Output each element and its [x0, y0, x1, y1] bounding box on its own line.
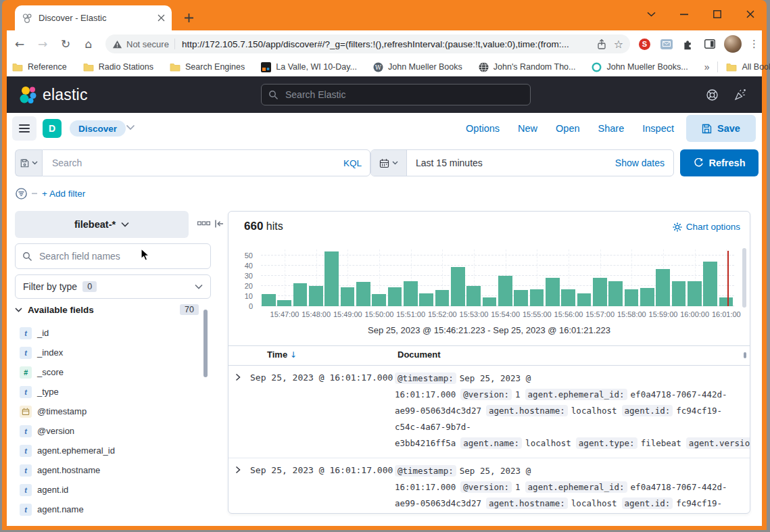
bookmark-item[interactable]: John Mueller Books... — [592, 62, 688, 72]
date-picker-menu-button[interactable] — [371, 150, 407, 176]
search-query-input[interactable] — [51, 157, 338, 169]
field-search-input[interactable] — [38, 250, 203, 262]
time-range-value[interactable]: Last 15 minutes — [416, 158, 615, 168]
nav-link-open[interactable]: Open — [556, 123, 579, 134]
mail-extension-icon[interactable] — [659, 37, 673, 51]
histogram-bar[interactable] — [656, 269, 670, 307]
field-item-_index[interactable]: t_index — [15, 343, 199, 362]
filter-circle-icon[interactable] — [15, 187, 28, 200]
histogram-bar[interactable] — [514, 290, 528, 306]
global-search[interactable] — [261, 84, 531, 105]
histogram-bar[interactable] — [356, 282, 370, 306]
histogram-bar[interactable] — [608, 281, 623, 307]
field-item-_id[interactable]: t_id — [15, 323, 199, 343]
global-search-input[interactable] — [284, 89, 523, 101]
elastic-brand[interactable]: elastic — [19, 86, 88, 104]
nav-link-inspect[interactable]: Inspect — [642, 123, 674, 134]
home-icon[interactable]: ⌂ — [78, 34, 99, 54]
not-secure-warning-icon[interactable] — [112, 39, 122, 49]
histogram-bar[interactable] — [372, 294, 386, 306]
sidebar-scrollbar[interactable] — [203, 310, 208, 377]
tab-close-icon[interactable] — [158, 14, 165, 22]
nav-link-new[interactable]: New — [518, 123, 537, 134]
histogram-bar[interactable] — [546, 278, 560, 306]
histogram-bar[interactable] — [561, 289, 575, 307]
field-item-@version[interactable]: t@version — [15, 421, 199, 441]
field-item-@timestamp[interactable]: @timestamp — [15, 402, 199, 421]
histogram-bar[interactable] — [719, 297, 733, 307]
time-column-header[interactable]: Time ↓ — [267, 349, 297, 360]
histogram-bar[interactable] — [451, 267, 465, 307]
bookmark-item[interactable]: Search Engines — [170, 62, 245, 72]
add-filter-button[interactable]: + Add filter — [42, 189, 85, 199]
chrome-menu-icon[interactable]: ⋮ — [749, 38, 759, 50]
histogram-plot[interactable] — [261, 249, 734, 306]
histogram-bar[interactable] — [703, 262, 717, 306]
expand-row-chevron-icon[interactable] — [235, 463, 250, 513]
save-button[interactable]: Save — [686, 115, 756, 142]
bookmarks-overflow-icon[interactable]: » — [704, 62, 710, 72]
bookmark-item[interactable]: Reference — [12, 62, 67, 72]
histogram-bar[interactable] — [324, 251, 339, 306]
show-dates-button[interactable]: Show dates — [615, 158, 665, 168]
histogram-bar[interactable] — [404, 281, 418, 307]
panel-scrollbar[interactable] — [742, 248, 746, 308]
close-icon[interactable] — [743, 7, 758, 22]
share-icon[interactable] — [596, 39, 607, 50]
histogram-bar[interactable] — [593, 278, 607, 306]
browser-tab[interactable]: Discover - Elastic — [15, 5, 172, 30]
bookmark-item[interactable]: WJohn Mueller Books — [373, 62, 462, 72]
field-item-agent.ephemeral_id[interactable]: tagent.ephemeral_id — [15, 441, 199, 460]
url-text[interactable]: http://172.105.7.150/app/discover#/?_g=(… — [182, 39, 591, 49]
field-item-_score[interactable]: #_score — [15, 362, 199, 382]
bookmark-item[interactable]: La Valle, WI 10-Day... — [261, 62, 357, 72]
table-scrollbar-thumb[interactable] — [744, 352, 746, 358]
bookmark-star-icon[interactable]: ☆ — [614, 38, 623, 51]
chart-options-button[interactable]: Chart options — [673, 222, 740, 232]
histogram-bar[interactable] — [277, 300, 291, 306]
query-language-button[interactable]: KQL — [343, 158, 362, 168]
field-item-agent.hostname[interactable]: tagent.hostname — [15, 460, 199, 480]
histogram-bar[interactable] — [341, 287, 355, 307]
field-search[interactable] — [15, 243, 211, 269]
histogram-bar[interactable] — [388, 287, 402, 307]
index-pattern-switcher[interactable]: filebeat-* — [15, 211, 189, 238]
menu-hamburger-button[interactable] — [12, 116, 37, 141]
refresh-button[interactable]: Refresh — [680, 149, 759, 176]
histogram-bar[interactable] — [483, 297, 497, 307]
reload-icon[interactable]: ↻ — [55, 34, 76, 54]
available-fields-header[interactable]: Available fields 70 — [15, 304, 199, 315]
histogram-bar[interactable] — [419, 293, 433, 307]
histogram-bar[interactable] — [577, 293, 592, 307]
profile-avatar[interactable] — [724, 35, 742, 53]
filter-by-type-select[interactable]: Filter by type 0 — [15, 274, 211, 299]
help-lifebuoy-icon[interactable] — [706, 89, 719, 101]
new-tab-button[interactable] — [180, 9, 197, 26]
field-item-agent.name[interactable]: tagent.name — [15, 500, 199, 519]
back-icon[interactable]: ← — [9, 34, 30, 54]
chevron-down-icon[interactable] — [126, 124, 135, 130]
histogram-bar[interactable] — [688, 281, 702, 307]
field-item-_type[interactable]: t_type — [15, 382, 199, 402]
breadcrumb[interactable]: Discover — [70, 120, 126, 137]
histogram-bar[interactable] — [435, 290, 450, 306]
nav-link-share[interactable]: Share — [598, 123, 625, 134]
saved-query-menu-button[interactable] — [15, 149, 42, 176]
news-party-popper-icon[interactable] — [733, 89, 747, 101]
tab-search-chevron-icon[interactable] — [644, 7, 658, 22]
sort-descending-icon[interactable]: ↓ — [290, 350, 297, 360]
s-extension-icon[interactable]: S — [637, 37, 652, 51]
forward-icon[interactable]: → — [32, 34, 53, 54]
maximize-icon[interactable] — [710, 7, 725, 22]
bookmark-item[interactable]: Radio Stations — [83, 62, 153, 72]
histogram-bar[interactable] — [466, 286, 481, 306]
nav-link-options[interactable]: Options — [466, 123, 500, 134]
histogram-bar[interactable] — [293, 283, 308, 307]
expand-row-chevron-icon[interactable] — [235, 370, 250, 452]
collapse-sidebar-icon[interactable] — [214, 218, 224, 229]
bookmark-item[interactable]: John's Random Tho... — [479, 62, 576, 72]
split-screen-icon[interactable] — [702, 37, 717, 51]
minimize-icon[interactable] — [677, 7, 692, 22]
field-filters-icon[interactable] — [197, 221, 210, 226]
histogram-bar[interactable] — [672, 281, 686, 307]
